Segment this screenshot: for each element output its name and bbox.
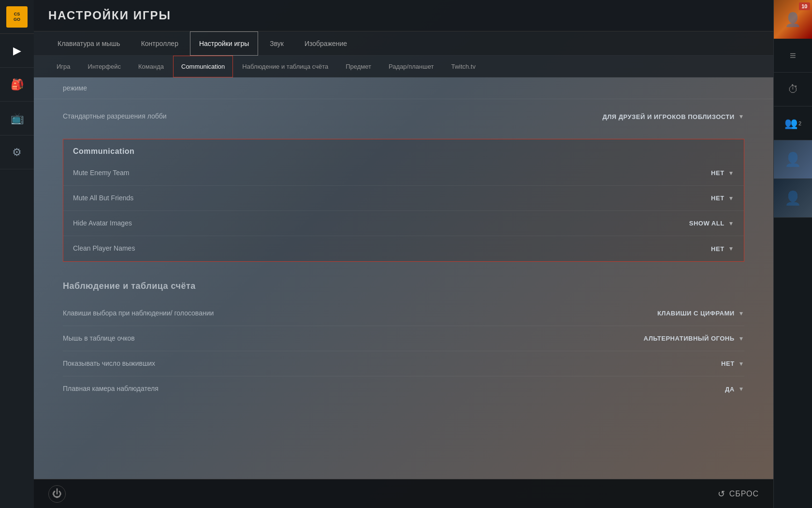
hide-avatar-chevron-icon: ▼: [728, 220, 734, 227]
header: НАСТРОЙКИ ИГРЫ: [34, 0, 773, 31]
show-survivors-value-text: НЕТ: [721, 360, 735, 367]
subtab-interface[interactable]: Интерфейс: [80, 56, 129, 77]
mouse-scoreboard-label: Мышь в таблице очков: [63, 334, 644, 344]
clean-names-chevron-icon: ▼: [728, 245, 734, 252]
friends-count-btn[interactable]: 👥 2: [774, 106, 812, 140]
lobby-value-text: ДЛЯ ДРУЗЕЙ И ИГРОКОВ ПОБЛИЗОСТИ: [602, 113, 734, 120]
subtab-radar[interactable]: Радар/планшет: [380, 56, 442, 77]
lobby-label: Стандартные разрешения лобби: [63, 112, 602, 121]
observer-keys-row: Клавиши выбора при наблюдении/ голосован…: [63, 301, 744, 326]
mute-friends-row: Mute All But Friends НЕТ ▼: [63, 186, 744, 211]
subtab-observer[interactable]: Наблюдение и таблица счёта: [234, 56, 336, 77]
mute-friends-chevron-icon: ▼: [728, 195, 734, 202]
lobby-chevron-icon: ▼: [739, 113, 744, 120]
watch-icon: 📺: [11, 112, 24, 125]
show-survivors-chevron-icon: ▼: [739, 360, 744, 367]
mouse-scoreboard-value[interactable]: АЛЬТЕРНАТИВНЫЙ ОГОНЬ ▼: [644, 335, 744, 342]
friend-avatar-1-image: 👤: [774, 140, 812, 179]
rank-icon: ≡: [790, 49, 796, 62]
tab-keyboard-mouse[interactable]: Клавиатура и мышь: [48, 31, 130, 56]
clean-names-row: Clean Player Names НЕТ ▼: [63, 236, 744, 261]
sidebar-item-watch[interactable]: 📺: [0, 102, 34, 135]
right-sidebar: 👤 10 ≡ ⏱ 👥 2 👤 👤: [773, 0, 812, 508]
observer-keys-value[interactable]: КЛАВИШИ С ЦИФРАМИ ▼: [657, 310, 744, 317]
main-content: НАСТРОЙКИ ИГРЫ Клавиатура и мышь Контрол…: [34, 0, 773, 508]
communication-box: Communication Mute Enemy Team НЕТ ▼ Mute…: [63, 139, 744, 262]
timer-icon: ⏱: [788, 83, 798, 96]
clean-names-value-text: НЕТ: [711, 245, 725, 253]
observer-section-heading: Наблюдение и таблица счёта: [34, 271, 773, 296]
play-icon: ▶: [13, 45, 21, 57]
power-icon: ⏻: [52, 488, 62, 499]
inventory-icon: 🎒: [11, 78, 24, 91]
subtab-communication[interactable]: Communication: [173, 56, 233, 77]
smooth-camera-value[interactable]: ДА ▼: [667, 386, 744, 393]
tab-image[interactable]: Изображение: [295, 31, 356, 56]
hide-avatar-row: Hide Avatar Images SHOW ALL ▼: [63, 211, 744, 236]
mute-enemy-label: Mute Enemy Team: [73, 168, 657, 178]
power-button[interactable]: ⏻: [48, 485, 66, 503]
tab-game-settings[interactable]: Настройки игры: [190, 31, 258, 56]
top-navigation: Клавиатура и мышь Контроллер Настройки и…: [34, 31, 773, 56]
friend-avatar-1[interactable]: 👤: [774, 140, 812, 179]
reset-label: СБРОС: [729, 490, 759, 498]
observer-section: Клавиши выбора при наблюдении/ голосован…: [34, 296, 773, 406]
rank-icon-btn[interactable]: ≡: [774, 39, 812, 73]
tab-sound[interactable]: Звук: [261, 31, 293, 56]
show-survivors-row: Показывать число выживших НЕТ ▼: [63, 351, 744, 376]
top-partial-label: режиме: [63, 84, 87, 92]
user-avatar-top[interactable]: 👤 10: [774, 0, 812, 39]
timer-icon-btn[interactable]: ⏱: [774, 73, 812, 106]
bottom-bar: ⏻ ↺ СБРОС: [34, 479, 773, 508]
clean-names-value[interactable]: НЕТ ▼: [657, 245, 734, 253]
friends-icon: 👥: [784, 117, 798, 130]
observer-keys-chevron-icon: ▼: [739, 310, 744, 317]
show-survivors-value[interactable]: НЕТ ▼: [667, 360, 744, 367]
hide-avatar-value-text: SHOW ALL: [689, 220, 725, 227]
lobby-section: Стандартные разрешения лобби ДЛЯ ДРУЗЕЙ …: [34, 99, 773, 134]
mute-friends-value[interactable]: НЕТ ▼: [657, 194, 734, 202]
friend-avatar-2[interactable]: 👤: [774, 179, 812, 218]
sidebar-item-inventory[interactable]: 🎒: [0, 68, 34, 102]
logo-container: CSGO: [0, 0, 34, 34]
top-partial-row: режиме: [34, 77, 773, 99]
observer-keys-label: Клавиши выбора при наблюдении/ голосован…: [63, 309, 657, 318]
observer-keys-value-text: КЛАВИШИ С ЦИФРАМИ: [657, 310, 735, 317]
mute-friends-value-text: НЕТ: [711, 194, 725, 202]
clean-names-label: Clean Player Names: [73, 244, 657, 254]
communication-heading: Communication: [63, 139, 744, 161]
sidebar-item-settings[interactable]: ⚙: [0, 135, 34, 169]
mute-enemy-value-text: НЕТ: [711, 169, 725, 177]
smooth-camera-row: Плавная камера наблюдателя ДА ▼: [63, 376, 744, 402]
mouse-scoreboard-row: Мышь в таблице очков АЛЬТЕРНАТИВНЫЙ ОГОН…: [63, 326, 744, 351]
reset-icon: ↺: [718, 489, 725, 499]
csgo-logo: CSGO: [6, 6, 28, 28]
hide-avatar-label: Hide Avatar Images: [73, 219, 657, 228]
hide-avatar-value[interactable]: SHOW ALL ▼: [657, 220, 734, 227]
mouse-scoreboard-value-text: АЛЬТЕРНАТИВНЫЙ ОГОНЬ: [644, 335, 735, 342]
mouse-scoreboard-chevron-icon: ▼: [739, 335, 744, 342]
lobby-value[interactable]: ДЛЯ ДРУЗЕЙ И ИГРОКОВ ПОБЛИЗОСТИ ▼: [602, 113, 744, 120]
mute-friends-label: Mute All But Friends: [73, 194, 657, 203]
subtab-team[interactable]: Команда: [130, 56, 172, 77]
reset-button[interactable]: ↺ СБРОС: [718, 489, 759, 499]
subtab-game[interactable]: Игра: [48, 56, 79, 77]
subtab-item[interactable]: Предмет: [337, 56, 379, 77]
friends-count: 2: [798, 120, 801, 126]
tab-controller[interactable]: Контроллер: [132, 31, 188, 56]
page-title: НАСТРОЙКИ ИГРЫ: [48, 9, 171, 22]
settings-content: режиме Стандартные разрешения лобби ДЛЯ …: [34, 77, 773, 479]
smooth-camera-chevron-icon: ▼: [739, 386, 744, 392]
mute-enemy-chevron-icon: ▼: [728, 170, 734, 177]
sidebar-item-play[interactable]: ▶: [0, 34, 34, 68]
sub-navigation: Игра Интерфейс Команда Communication Наб…: [34, 56, 773, 77]
show-survivors-label: Показывать число выживших: [63, 359, 667, 369]
mute-enemy-value[interactable]: НЕТ ▼: [657, 169, 734, 177]
level-badge: 10: [799, 2, 810, 10]
smooth-camera-label: Плавная камера наблюдателя: [63, 384, 667, 394]
lobby-setting-row: Стандартные разрешения лобби ДЛЯ ДРУЗЕЙ …: [63, 104, 744, 129]
left-sidebar: CSGO ▶ 🎒 📺 ⚙: [0, 0, 34, 508]
subtab-twitch[interactable]: Twitch.tv: [443, 56, 484, 77]
mute-enemy-row: Mute Enemy Team НЕТ ▼: [63, 161, 744, 186]
smooth-camera-value-text: ДА: [725, 386, 735, 393]
